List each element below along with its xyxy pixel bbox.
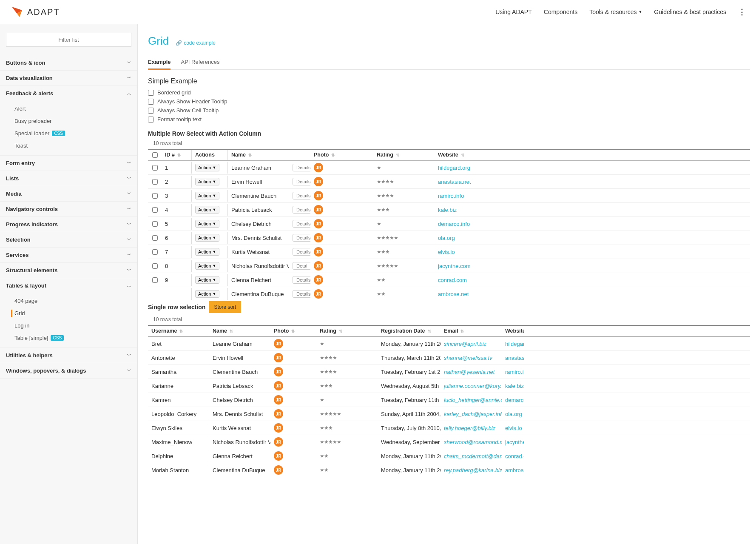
table-row[interactable]: Maxime_NienowNicholas Runolfsdottir VJR★… xyxy=(148,435,750,449)
table-row[interactable]: KamrenChelsey DietrichJR★Tuesday, Februa… xyxy=(148,393,750,407)
website-link[interactable]: elvis.io xyxy=(438,249,455,255)
action-dropdown[interactable]: Action ▼ xyxy=(195,192,219,199)
table-row[interactable]: KariannePatricia LebsackJR★★★Wednesday, … xyxy=(148,379,750,393)
email-link[interactable]: nathan@yesenia.net xyxy=(444,369,495,375)
email-link[interactable]: shanna@melissa.tv xyxy=(444,355,492,361)
table-row[interactable]: 9Action ▼Glenna ReichertDetailsJR★★conra… xyxy=(148,273,750,287)
details-button[interactable]: Details xyxy=(293,164,310,171)
checkbox-always-show-header-tooltip[interactable]: Always Show Header Tooltip xyxy=(148,98,750,105)
col-regdate[interactable]: Registration Date⇅ xyxy=(378,326,441,336)
table-row[interactable]: 5Action ▼Chelsey DietrichDetailsJR★demar… xyxy=(148,217,750,231)
sidebar-item-special-loader[interactable]: Special loaderCSS xyxy=(0,127,137,140)
website-link[interactable]: anastasia.net xyxy=(438,179,471,185)
details-button[interactable]: Details xyxy=(293,248,310,256)
table-row[interactable]: Elwyn.SkilesKurtis WeissnatJR★★★Thursday… xyxy=(148,421,750,435)
table-row[interactable]: 2Action ▼Ervin HowellDetailsJR★★★★anasta… xyxy=(148,175,750,189)
email-link[interactable]: rey.padberg@karina.biz xyxy=(444,467,502,473)
sidebar-section-data-visualization[interactable]: Data visualization﹀ xyxy=(0,71,137,85)
table-row[interactable]: 7Action ▼Kurtis WeissnatDetailsJR★★★elvi… xyxy=(148,245,750,259)
website-link[interactable]: anastasia. xyxy=(505,355,524,361)
details-button[interactable]: Details xyxy=(293,234,310,242)
action-dropdown[interactable]: Action ▼ xyxy=(195,262,219,270)
store-sort-button[interactable]: Store sort xyxy=(209,301,241,313)
details-button[interactable]: Detai xyxy=(293,262,310,270)
nav-using-adapt[interactable]: Using ADAPT xyxy=(495,9,532,15)
details-button[interactable]: Details xyxy=(293,178,310,185)
sidebar-section-navigatory-controls[interactable]: Navigatory controls﹀ xyxy=(0,202,137,216)
row-checkbox[interactable] xyxy=(152,193,158,199)
checkbox-input[interactable] xyxy=(148,90,154,96)
filter-input[interactable] xyxy=(6,33,131,47)
website-link[interactable]: demarco.i xyxy=(505,397,524,403)
sidebar-section-media[interactable]: Media﹀ xyxy=(0,186,137,201)
row-checkbox[interactable] xyxy=(152,179,158,185)
sidebar-item-log-in[interactable]: Log in xyxy=(0,319,137,332)
sidebar-item-toast[interactable]: Toast xyxy=(0,140,137,152)
website-link[interactable]: conrad.co xyxy=(505,453,524,459)
col-rating2[interactable]: Rating⇅ xyxy=(316,326,378,336)
col-name2[interactable]: Name⇅ xyxy=(209,326,270,336)
checkbox-always-show-cell-tooltip[interactable]: Always Show Cell Tooltip xyxy=(148,107,750,114)
website-link[interactable]: hildegard.org xyxy=(438,165,470,171)
website-link[interactable]: demarco.info xyxy=(438,221,470,227)
email-link[interactable]: julianne.oconner@kory.org xyxy=(444,383,502,389)
website-link[interactable]: ambrose.n xyxy=(505,467,524,473)
email-link[interactable]: telly.hoeger@billy.biz xyxy=(444,425,495,431)
table-row[interactable]: 4Action ▼Patricia LebsackDetailsJR★★★kal… xyxy=(148,203,750,217)
website-link[interactable]: kale.biz xyxy=(505,383,524,389)
nav-more-icon[interactable]: ⋮ xyxy=(738,8,746,16)
row-checkbox[interactable] xyxy=(152,165,158,171)
details-button[interactable]: Details xyxy=(293,220,310,228)
table-row[interactable]: 6Action ▼Mrs. Dennis SchulistDetailsJR★★… xyxy=(148,231,750,245)
sidebar-section-form-entry[interactable]: Form entry﹀ xyxy=(0,156,137,171)
details-button[interactable]: Details xyxy=(293,276,310,284)
sidebar-section-progress-indicators[interactable]: Progress indicators﹀ xyxy=(0,217,137,232)
email-link[interactable]: sherwood@rosamond.me xyxy=(444,439,502,445)
sidebar-item-table-simple-[interactable]: Table [simple]CSS xyxy=(0,332,137,344)
email-link[interactable]: karley_dach@jasper.info xyxy=(444,411,502,417)
select-all-checkbox[interactable] xyxy=(152,152,158,158)
sidebar-section-buttons-icon[interactable]: Buttons & icon﹀ xyxy=(0,55,137,70)
table-row[interactable]: BretLeanne GrahamJR★Monday, January 11th… xyxy=(148,337,750,351)
action-dropdown[interactable]: Action ▼ xyxy=(195,276,219,284)
table-row[interactable]: SamanthaClementine BauchJR★★★★Tuesday, F… xyxy=(148,365,750,379)
sidebar-section-feedback-alerts[interactable]: Feedback & alerts︿ xyxy=(0,86,137,101)
table-row[interactable]: 8Action ▼Nicholas Runolfsdottir VDetaiJR… xyxy=(148,259,750,273)
tab-example[interactable]: Example xyxy=(148,55,171,70)
logo[interactable]: ADAPT xyxy=(10,5,60,19)
nav-tools[interactable]: Tools & resources ▼ xyxy=(589,9,642,15)
table-row[interactable]: Action ▼Clementina DuBuqueDetailsJR★★amb… xyxy=(148,287,750,301)
checkbox-input[interactable] xyxy=(148,99,154,105)
website-link[interactable]: jacynthe.com xyxy=(438,263,471,269)
col-photo[interactable]: Photo⇅ xyxy=(310,150,373,160)
table-row[interactable]: Moriah.StantonClementina DuBuqueJR★★Mond… xyxy=(148,463,750,477)
sidebar-section-services[interactable]: Services﹀ xyxy=(0,248,137,262)
row-checkbox[interactable] xyxy=(152,263,158,269)
checkbox-input[interactable] xyxy=(148,108,154,114)
col-name[interactable]: Name⇅ xyxy=(228,150,289,160)
table-row[interactable]: DelphineGlenna ReichertJR★★Monday, Janua… xyxy=(148,449,750,463)
col-email[interactable]: Email⇅ xyxy=(441,326,502,336)
sidebar-section-tables-layout[interactable]: Tables & layout︿ xyxy=(0,278,137,293)
col-id[interactable]: ID #⇅ xyxy=(162,150,191,160)
table-row[interactable]: 3Action ▼Clementine BauchDetailsJR★★★★ra… xyxy=(148,189,750,203)
website-link[interactable]: conrad.com xyxy=(438,277,467,283)
website-link[interactable]: elvis.io xyxy=(505,425,522,431)
action-dropdown[interactable]: Action ▼ xyxy=(195,206,219,214)
email-link[interactable]: lucio_hettinger@annie.ca xyxy=(444,397,502,403)
website-link[interactable]: ramiro.info xyxy=(438,193,464,199)
action-dropdown[interactable]: Action ▼ xyxy=(195,248,219,256)
sidebar-item-alert[interactable]: Alert xyxy=(0,103,137,115)
col-website[interactable]: Website⇅ xyxy=(435,150,503,160)
col-website2[interactable]: Website xyxy=(502,326,524,336)
sidebar-item-grid[interactable]: Grid xyxy=(0,307,137,319)
action-dropdown[interactable]: Action ▼ xyxy=(195,290,219,298)
row-checkbox[interactable] xyxy=(152,207,158,213)
tab-api-references[interactable]: API References xyxy=(181,55,219,69)
checkbox-bordered-grid[interactable]: Bordered grid xyxy=(148,89,750,96)
sidebar-section-lists[interactable]: Lists﹀ xyxy=(0,171,137,186)
details-button[interactable]: Details xyxy=(293,206,310,214)
table-row[interactable]: Leopoldo_CorkeryMrs. Dennis SchulistJR★★… xyxy=(148,407,750,421)
website-link[interactable]: ramiro.inf xyxy=(505,369,524,375)
table-row[interactable]: AntonetteErvin HowellJR★★★★Thursday, Mar… xyxy=(148,351,750,365)
